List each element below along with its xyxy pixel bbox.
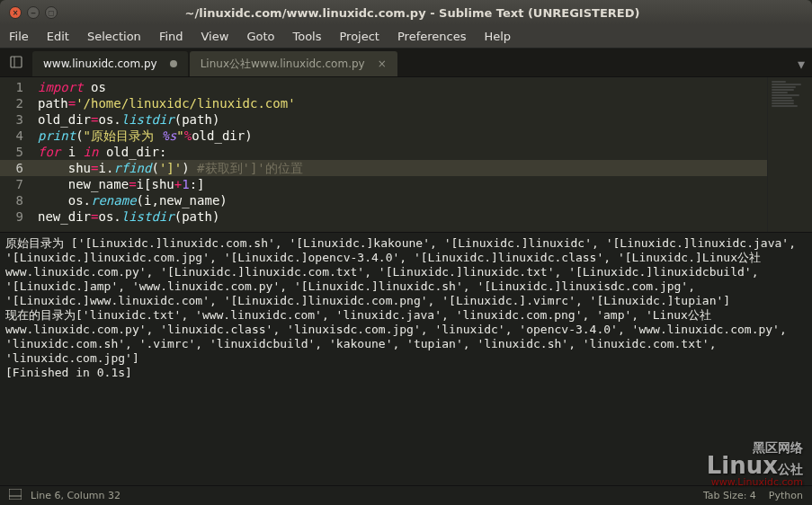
maximize-window-button[interactable]: ▢ (45, 6, 58, 19)
code-line[interactable]: shu=i.rfind(']') #获取到']'的位置 (32, 160, 767, 176)
menu-selection[interactable]: Selection (78, 30, 150, 43)
minimize-window-button[interactable]: ‒ (27, 6, 40, 19)
titlebar: × ‒ ▢ ~/linuxidc.com/www.linuxidc.com.py… (0, 0, 812, 25)
menu-preferences[interactable]: Preferences (388, 30, 475, 43)
svg-rect-2 (9, 489, 22, 500)
code-line[interactable]: import os (32, 79, 767, 95)
menubar: FileEditSelectionFindViewGotoToolsProjec… (0, 25, 812, 49)
panel-switcher-icon[interactable] (9, 489, 22, 502)
status-bar: Line 6, Column 32 Tab Size: 4 Python (0, 485, 812, 505)
menu-goto[interactable]: Goto (237, 30, 283, 43)
code-line[interactable]: path='/home/linuxidc/linuxidc.com' (32, 95, 767, 111)
code-line[interactable]: new_name=i[shu+1:] (32, 176, 767, 192)
tab-1[interactable]: Linux公社www.linuxidc.com.py× (190, 51, 397, 76)
dirty-indicator-icon (170, 60, 177, 67)
tab-label: www.linuxidc.com.py (43, 58, 157, 70)
editor[interactable]: 123456789 import ospath='/home/linuxidc/… (0, 77, 812, 232)
cursor-position[interactable]: Line 6, Column 32 (31, 490, 120, 501)
menu-view[interactable]: View (192, 30, 238, 43)
code-line[interactable]: for i in old_dir: (32, 144, 767, 160)
sidebar-toggle-icon[interactable] (0, 48, 32, 76)
code-line[interactable]: new_dir=os.listdir(path) (32, 208, 767, 225)
code-line[interactable]: print("原始目录为 %s"%old_dir) (32, 128, 767, 144)
menu-file[interactable]: File (0, 30, 38, 43)
line-number-gutter: 123456789 (0, 77, 32, 232)
menu-find[interactable]: Find (150, 30, 192, 43)
menu-edit[interactable]: Edit (38, 30, 78, 43)
indent-setting[interactable]: Tab Size: 4 (703, 490, 756, 501)
code-line[interactable]: os.rename(i,new_name) (32, 192, 767, 208)
window-title: ~/linuxidc.com/www.linuxidc.com.py - Sub… (67, 6, 812, 20)
close-window-button[interactable]: × (9, 6, 22, 19)
tab-label: Linux公社www.linuxidc.com.py (201, 57, 365, 72)
menu-tools[interactable]: Tools (283, 30, 330, 43)
menu-project[interactable]: Project (330, 30, 388, 43)
syntax-setting[interactable]: Python (769, 490, 803, 501)
code-line[interactable]: old_dir=os.listdir(path) (32, 111, 767, 128)
window-controls: × ‒ ▢ (0, 6, 67, 19)
svg-rect-0 (11, 57, 22, 67)
menu-help[interactable]: Help (475, 30, 520, 43)
tab-overflow-icon[interactable]: ▾ (798, 56, 805, 73)
close-tab-icon[interactable]: × (378, 58, 387, 70)
tab-0[interactable]: www.linuxidc.com.py (32, 51, 188, 76)
tab-bar: www.linuxidc.com.pyLinux公社www.linuxidc.c… (0, 49, 812, 77)
minimap[interactable] (767, 77, 812, 232)
build-output-panel[interactable]: 原始目录为 ['[Linuxidc.]linuxidc.com.sh', '[L… (0, 232, 812, 485)
code-area[interactable]: import ospath='/home/linuxidc/linuxidc.c… (32, 77, 767, 232)
